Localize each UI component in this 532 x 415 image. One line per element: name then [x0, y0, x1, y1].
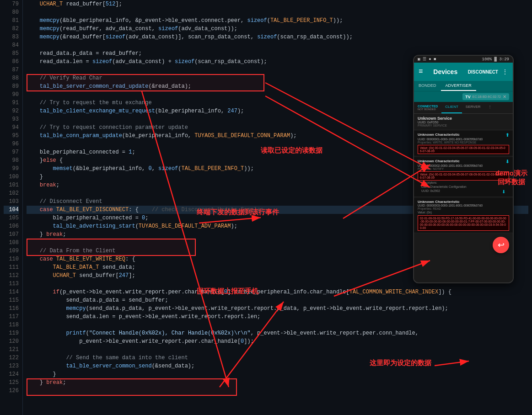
toolbar-title: Devices [433, 68, 457, 75]
code-line: send_data.p_data = send_buffer; [27, 296, 528, 304]
tab-advertiser[interactable]: ADVERTISER [441, 81, 476, 91]
annotation-demo: demo演示回环数据 [495, 169, 527, 186]
char-write-props: Properties: WRITE, WRITE NO RESPONSE [418, 141, 509, 144]
more-options-icon[interactable]: ⋮ [502, 68, 508, 76]
char-read-value-label: Value: (0x) [418, 210, 509, 214]
characteristic-write: Unknown Characteristic ⬆ UUID: 00000001-… [414, 131, 513, 156]
code-line [27, 346, 528, 354]
code-line: memcpy(read_buffer, adv_data_const, size… [27, 25, 528, 33]
tab-more-icon[interactable]: ⋮ [484, 102, 495, 113]
device-tag-close-icon[interactable]: ✕ [503, 94, 506, 99]
notify-icon[interactable]: ⬇ [505, 159, 509, 164]
device-tag-tv: TV EC:1B:BD:6C:02:72 ✕ [462, 93, 509, 100]
code-line: memcpy(&read_buffer[sizeof(adv_data_cons… [27, 33, 528, 41]
annotation-disconnect-event: 终端下发的数据到该行事件 [197, 208, 279, 217]
connection-tabs: CONNECTED NOT BONDED CLIENT SERVER ⋮ [414, 102, 513, 114]
descriptor-uuid: UUID: 0x2902 [421, 189, 440, 194]
fab-area: ↩ [414, 234, 513, 257]
phone-status-bar: ▣ ☰ ● ■ 100% ▓ 3:29 [414, 56, 513, 63]
char-read-props: Properties: READ [418, 207, 509, 210]
service-item: Unknown Service UUID: 0xFD50 PRIMARY SER… [414, 114, 513, 130]
code-line: tal_ble_server_common_send(&send_data); [27, 362, 528, 370]
char-notify-title: Unknown Characteristic ⬇ [418, 159, 509, 164]
service-list: Unknown Service UUID: 0xFD50 PRIMARY SER… [414, 114, 513, 280]
service-uuid: UUID: 0xFD50 [418, 121, 509, 124]
tab-connected[interactable]: CONNECTED NOT BONDED [414, 102, 441, 113]
code-line: } break; [27, 378, 528, 387]
status-right: 100% ▓ 3:29 [482, 57, 509, 62]
code-line: p_event->ble_event.write_report.peer.cha… [27, 337, 528, 346]
fab-send-button[interactable]: ↩ [493, 237, 509, 253]
toolbar-right: DISCONNECT ⋮ [468, 68, 508, 76]
char-read-title: Unknown Characteristic [418, 200, 509, 204]
phone-toolbar: ≡ Devices DISCONNECT ⋮ [414, 63, 513, 81]
service-label: PRIMARY SERVICE [418, 124, 509, 127]
tab-client[interactable]: CLIENT [441, 102, 462, 113]
code-line: UCHAR_T read_buffer[512]; [27, 0, 528, 8]
code-line: memcpy(send_data.p_data, p_event->ble_ev… [27, 304, 528, 313]
code-line: // Send the same data into the client [27, 354, 528, 362]
descriptor-uuid-row: UUID: 0x2902 ⬇ [418, 189, 509, 195]
disconnect-button[interactable]: DISCONNECT [468, 69, 498, 74]
annotation-set-data: 这里即为设定的数据 [370, 359, 431, 367]
code-line: send_data.len = p_event->ble_event.write… [27, 313, 528, 321]
code-line [27, 321, 528, 329]
device-name: TV [465, 95, 471, 99]
hamburger-icon[interactable]: ≡ [419, 68, 423, 76]
status-left: ▣ ☰ ● ■ [418, 57, 436, 62]
char-notify-uuid: UUID: 00000002-0000-1001-8001-00805f9b07… [418, 164, 509, 167]
char-write-value: Value: (0x) 00-01-02-03-04-05-06-07-08-0… [418, 145, 509, 154]
code-line: if(p_event->ble_event.write_report.peer.… [27, 288, 528, 296]
code-line: } [27, 370, 528, 378]
tab-server[interactable]: SERVER [462, 102, 484, 113]
code-line [27, 41, 528, 49]
code-line: memcpy(&ble_peripheral_info, &p_event->b… [27, 16, 528, 25]
device-tag: TV EC:1B:BD:6C:02:72 ✕ [414, 91, 513, 102]
line-numbers: 79 80 81 82 83 84 85 86 87 88 89 90 91 9… [0, 0, 23, 415]
service-title: Unknown Service [418, 116, 509, 121]
characteristic-read: Unknown Characteristic UUID: 00000003-00… [414, 198, 513, 233]
code-line [27, 8, 528, 16]
char-read-uuid: UUID: 00000003-0000-1001-8001-00805f9b07… [418, 204, 509, 207]
annotation-loopback: 回环数据上报至手机 [197, 287, 258, 296]
device-tabs: BONDED ADVERTISER [414, 81, 513, 91]
char-write-title: Unknown Characteristic ⬆ [418, 133, 509, 138]
code-line [27, 387, 528, 395]
code-line: printf("Connect Handle(0x%02x), Char Han… [27, 329, 528, 337]
tab-bonded[interactable]: BONDED [414, 81, 441, 91]
char-write-uuid: UUID: 00000001-0000-1001-8001-00805f9b07… [418, 138, 509, 141]
descriptor-download-icon[interactable]: ⬇ [502, 189, 505, 194]
annotation-read-data: 读取已设定的读数据 [261, 146, 322, 155]
device-mac: EC:1B:BD:6C:02:72 [473, 95, 501, 98]
char-read-value: 02-01-06-03-02-50-FD-17-16-50-FD-41-00-0… [418, 215, 509, 231]
write-icon[interactable]: ⬆ [505, 133, 509, 138]
